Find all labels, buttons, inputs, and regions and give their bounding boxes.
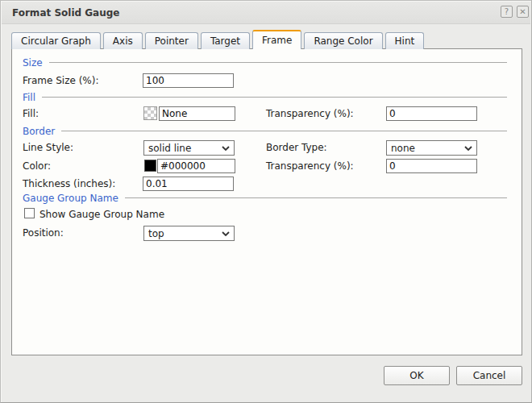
fill-row: Fill: Transparency (%):: [12, 106, 522, 121]
tab-axis[interactable]: Axis: [103, 32, 143, 49]
border-section-header: Border: [23, 125, 507, 137]
show-gauge-group-name-row: Show Gauge Group Name: [12, 207, 522, 222]
ok-button[interactable]: OK: [384, 366, 450, 385]
position-value: top: [148, 228, 218, 239]
gauge-group-name-section-header: Gauge Group Name: [23, 192, 507, 204]
position-select[interactable]: top: [143, 226, 235, 241]
fill-label: Fill:: [23, 108, 39, 119]
tab-pointer[interactable]: Pointer: [145, 32, 198, 49]
dialog-titlebar: Format Solid Gauge ? ✕: [2, 2, 530, 24]
tab-bar: Circular Graph Axis Pointer Target Frame…: [11, 31, 525, 49]
border-type-label: Border Type:: [266, 142, 327, 153]
show-gauge-group-name-checkbox[interactable]: [24, 208, 35, 218]
cancel-button[interactable]: Cancel: [456, 366, 522, 385]
color-label: Color:: [23, 160, 51, 172]
tab-range-color[interactable]: Range Color: [304, 32, 382, 49]
frame-size-label: Frame Size (%):: [23, 75, 98, 86]
frame-size-row: Frame Size (%):: [12, 73, 522, 88]
line-style-value: solid line: [148, 143, 218, 154]
thickness-input[interactable]: [143, 177, 234, 191]
gauge-group-name-section-title: Gauge Group Name: [23, 193, 118, 204]
fill-none-swatch[interactable]: [143, 106, 157, 120]
section-divider: [49, 62, 507, 64]
border-type-select[interactable]: none: [386, 140, 477, 156]
border-color-row: Color: Transparency (%):: [12, 159, 522, 173]
chevron-down-icon: [222, 231, 230, 236]
size-section-header: Size: [23, 56, 507, 69]
show-gauge-group-name-label: Show Gauge Group Name: [39, 209, 164, 220]
help-icon[interactable]: ?: [501, 6, 513, 18]
position-row: Position: top: [12, 226, 522, 240]
frame-tab-panel: Size Frame Size (%): Fill Fill: Transpar…: [11, 48, 522, 355]
border-transparency-label: Transparency (%):: [266, 160, 354, 172]
color-input[interactable]: [157, 159, 235, 173]
tab-frame[interactable]: Frame: [252, 30, 301, 49]
border-section-title: Border: [23, 126, 55, 137]
section-divider: [42, 97, 507, 98]
position-label: Position:: [23, 227, 64, 239]
close-icon[interactable]: ✕: [517, 6, 529, 18]
tab-hint[interactable]: Hint: [385, 32, 425, 49]
section-divider: [125, 197, 507, 199]
format-solid-gauge-dialog: Format Solid Gauge ? ✕ Circular Graph Ax…: [0, 0, 532, 403]
line-style-label: Line Style:: [23, 142, 73, 153]
fill-section-header: Fill: [23, 91, 507, 103]
chevron-down-icon: [222, 146, 230, 151]
tab-target[interactable]: Target: [201, 32, 250, 49]
fill-section-title: Fill: [23, 92, 35, 103]
fill-transparency-input[interactable]: [386, 106, 477, 121]
chevron-down-icon: [464, 146, 472, 151]
frame-size-input[interactable]: [143, 73, 234, 88]
tab-circular-graph[interactable]: Circular Graph: [11, 32, 101, 49]
section-divider: [61, 131, 507, 132]
border-transparency-input[interactable]: [386, 159, 477, 173]
line-style-select[interactable]: solid line: [143, 140, 235, 156]
border-type-value: none: [391, 143, 461, 154]
size-section-title: Size: [23, 57, 43, 69]
dialog-title: Format Solid Gauge: [12, 7, 120, 19]
fill-input[interactable]: [159, 106, 235, 121]
thickness-label: Thickness (inches):: [23, 178, 115, 189]
color-swatch[interactable]: [144, 160, 156, 172]
thickness-row: Thickness (inches):: [12, 177, 522, 191]
line-style-row: Line Style: solid line Border Type: none: [12, 140, 522, 155]
fill-transparency-label: Transparency (%):: [266, 108, 354, 119]
